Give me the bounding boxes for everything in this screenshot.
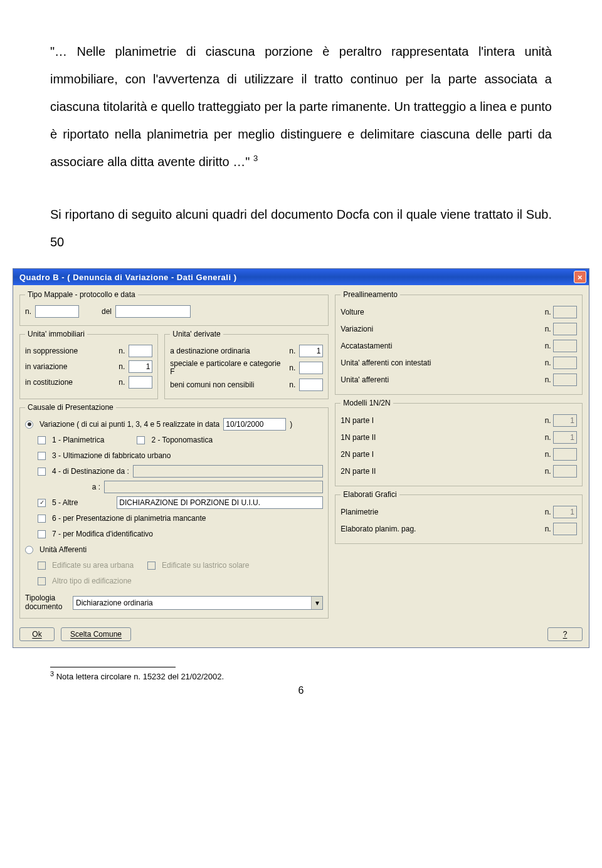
label-unita-afferenti: Unità Afferenti xyxy=(40,545,87,554)
unita-imm-input-0[interactable] xyxy=(129,345,152,357)
n-label: n. xyxy=(289,363,295,372)
label-edif-urbana: Edificate su area urbana xyxy=(52,561,134,570)
modelli-input-2 xyxy=(553,448,577,461)
altre-input[interactable] xyxy=(117,496,323,509)
unita-der-input-1[interactable] xyxy=(299,362,323,374)
tipologia-doc-value: Dichiarazione ordinaria xyxy=(76,599,153,607)
radio-unita-afferenti[interactable] xyxy=(25,546,33,554)
label-altro-tipo-edif: Altro tipo di edificazione xyxy=(52,577,132,585)
n-label: n. xyxy=(545,416,551,425)
elab-label-1: Elaborato planim. pag. xyxy=(341,525,416,533)
preall-input-4 xyxy=(553,374,577,386)
legend-causale: Causale di Presentazione xyxy=(25,403,116,412)
check-altro-tipo-edif xyxy=(38,577,46,585)
unita-der-label-2: beni comuni non censibili xyxy=(170,380,254,389)
label-2-toponomastica: 2 - Toponomastica xyxy=(151,436,213,444)
variazione-date-input[interactable] xyxy=(223,418,286,431)
tipo-mappale-del-input[interactable] xyxy=(115,305,191,318)
close-icon: × xyxy=(578,273,583,282)
check-1-planimetrica[interactable] xyxy=(38,436,46,444)
unita-der-input-0[interactable] xyxy=(299,345,323,357)
modelli-input-3 xyxy=(553,465,577,478)
n-label: n. xyxy=(545,433,551,442)
ok-button[interactable]: Ok xyxy=(19,627,55,641)
check-edif-urbana xyxy=(38,562,46,570)
footnote-ref: 3 xyxy=(253,154,258,163)
n-label: n. xyxy=(545,308,551,316)
label-3-ultimazione: 3 - Ultimazione di fabbricato urbano xyxy=(52,451,171,460)
modelli-label-1: 1N parte II xyxy=(341,433,376,442)
footnote-area: 3 Nota lettera circolare n. 15232 del 21… xyxy=(0,648,602,696)
label-edif-solare: Edificate su lastrico solare xyxy=(162,561,249,570)
n-label: n. xyxy=(545,450,551,459)
unita-imm-label-1: in variazione xyxy=(25,362,67,371)
n-label: n. xyxy=(545,358,551,367)
tipo-mappale-n-input[interactable] xyxy=(35,305,79,318)
group-tipo-mappale: Tipo Mappale - protocollo e data n. del xyxy=(19,290,329,326)
scelta-comune-button[interactable]: Scelta Comune xyxy=(61,627,131,641)
legend-unita-immobiliari: Unita' immobiliari xyxy=(25,330,87,338)
n-label: n. xyxy=(119,347,125,355)
quadro-b-window: Quadro B - ( Denuncia di Variazione - Da… xyxy=(13,268,589,648)
legend-modelli: Modelli 1N/2N xyxy=(341,399,393,407)
check-3-ultimazione[interactable] xyxy=(38,452,46,460)
n-label: n. xyxy=(545,508,551,516)
check-2-toponomastica[interactable] xyxy=(137,436,145,444)
check-5-altre[interactable] xyxy=(38,499,46,507)
close-button[interactable]: × xyxy=(574,271,586,283)
preall-input-0 xyxy=(553,306,577,318)
modelli-label-0: 1N parte I xyxy=(341,416,374,425)
group-unita-immobiliari: Unita' immobiliari in soppressione n. in… xyxy=(19,330,158,399)
chevron-down-icon: ▾ xyxy=(311,597,322,609)
document-text: "… Nelle planimetrie di ciascuna porzion… xyxy=(0,0,602,268)
unita-der-input-2[interactable] xyxy=(299,379,323,391)
help-button[interactable]: ? xyxy=(547,627,583,641)
window-title: Quadro B - ( Denuncia di Variazione - Da… xyxy=(19,273,237,282)
check-6-planimetria-mancante[interactable] xyxy=(38,515,46,523)
group-modelli: Modelli 1N/2N 1N parte I n. 1N parte II … xyxy=(335,399,583,486)
tipologia-doc-label: Tipologia documento xyxy=(25,594,69,610)
preall-input-2 xyxy=(553,340,577,352)
page-number: 6 xyxy=(50,685,552,696)
group-unita-derivate: Unita' derivate a destinazione ordinaria… xyxy=(164,330,329,399)
label-5-altre: 5 - Altre xyxy=(52,498,78,507)
preall-label-2: Accatastamenti xyxy=(341,342,392,350)
paragraph-1: "… Nelle planimetrie di ciascuna porzion… xyxy=(50,44,552,169)
check-edif-solare xyxy=(147,562,156,570)
n-label: n. xyxy=(545,342,551,350)
modelli-label-2: 2N parte I xyxy=(341,450,374,459)
unita-der-label-0: a destinazione ordinaria xyxy=(170,347,250,355)
n-label: n. xyxy=(545,525,551,533)
n-label: n. xyxy=(289,380,295,389)
unita-der-label-1: speciale e particolare e categorie F xyxy=(170,360,285,376)
radio-variazione[interactable] xyxy=(25,421,33,429)
label-6: 6 - per Presentazione di planimetria man… xyxy=(52,514,206,523)
label-4-destinazione: 4 - di Destinazione da : xyxy=(52,467,129,476)
destinazione-from-input xyxy=(133,465,324,478)
paragraph-2: Si riportano di seguito alcuni quadri de… xyxy=(50,207,552,249)
unita-imm-label-2: in costituzione xyxy=(25,378,73,387)
elab-label-0: Planimetrie xyxy=(341,508,378,516)
variazione-label: Variazione ( di cui ai punti 1, 3, 4 e 5… xyxy=(40,420,219,429)
tipo-mappale-n-label: n. xyxy=(25,307,31,316)
unita-imm-input-2[interactable] xyxy=(129,376,152,389)
unita-imm-input-1[interactable] xyxy=(129,360,152,373)
check-4-destinazione[interactable] xyxy=(38,468,46,476)
check-7-modifica-id[interactable] xyxy=(38,530,46,538)
preall-input-3 xyxy=(553,357,577,369)
preall-label-4: Unita' afferenti xyxy=(341,375,389,384)
preall-label-0: Volture xyxy=(341,308,364,316)
tipologia-doc-select[interactable]: Dichiarazione ordinaria ▾ xyxy=(73,596,323,610)
n-label: n. xyxy=(545,467,551,476)
n-label: n. xyxy=(545,375,551,384)
variazione-close-paren: ) xyxy=(290,420,292,429)
legend-unita-derivate: Unita' derivate xyxy=(170,330,223,338)
label-4a: a : xyxy=(25,483,100,491)
group-causale: Causale di Presentazione Variazione ( di… xyxy=(19,403,329,618)
legend-preallineamento: Preallineamento xyxy=(341,290,400,299)
n-label: n. xyxy=(119,362,125,371)
legend-tipo-mappale: Tipo Mappale - protocollo e data xyxy=(25,290,138,299)
window-titlebar: Quadro B - ( Denuncia di Variazione - Da… xyxy=(13,269,589,285)
preall-label-3: Unita' afferenti con intestati xyxy=(341,358,431,367)
destinazione-to-input xyxy=(104,481,323,493)
